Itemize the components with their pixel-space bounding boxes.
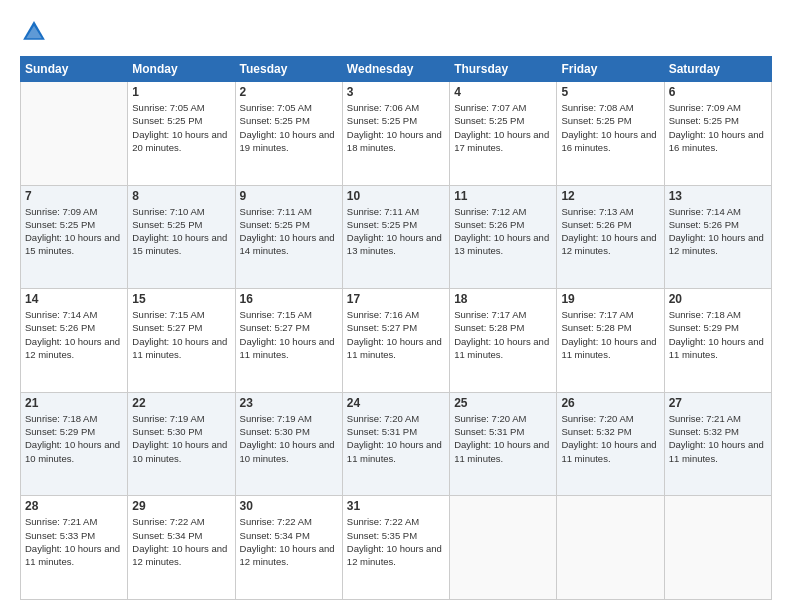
day-info: Sunrise: 7:14 AMSunset: 5:26 PMDaylight:… [25,308,123,361]
day-number: 29 [132,499,230,513]
calendar-cell [664,496,771,600]
day-info: Sunrise: 7:09 AMSunset: 5:25 PMDaylight:… [669,101,767,154]
day-number: 24 [347,396,445,410]
day-info: Sunrise: 7:19 AMSunset: 5:30 PMDaylight:… [132,412,230,465]
calendar-cell: 4Sunrise: 7:07 AMSunset: 5:25 PMDaylight… [450,82,557,186]
day-info: Sunrise: 7:16 AMSunset: 5:27 PMDaylight:… [347,308,445,361]
calendar-cell: 20Sunrise: 7:18 AMSunset: 5:29 PMDayligh… [664,289,771,393]
calendar-cell: 18Sunrise: 7:17 AMSunset: 5:28 PMDayligh… [450,289,557,393]
day-number: 10 [347,189,445,203]
day-info: Sunrise: 7:20 AMSunset: 5:31 PMDaylight:… [454,412,552,465]
calendar-cell: 21Sunrise: 7:18 AMSunset: 5:29 PMDayligh… [21,392,128,496]
day-info: Sunrise: 7:05 AMSunset: 5:25 PMDaylight:… [240,101,338,154]
calendar-cell: 12Sunrise: 7:13 AMSunset: 5:26 PMDayligh… [557,185,664,289]
calendar-cell: 26Sunrise: 7:20 AMSunset: 5:32 PMDayligh… [557,392,664,496]
header [20,18,772,46]
day-number: 18 [454,292,552,306]
day-number: 22 [132,396,230,410]
day-number: 19 [561,292,659,306]
day-info: Sunrise: 7:12 AMSunset: 5:26 PMDaylight:… [454,205,552,258]
calendar-cell: 29Sunrise: 7:22 AMSunset: 5:34 PMDayligh… [128,496,235,600]
calendar-cell: 3Sunrise: 7:06 AMSunset: 5:25 PMDaylight… [342,82,449,186]
day-info: Sunrise: 7:15 AMSunset: 5:27 PMDaylight:… [240,308,338,361]
calendar-cell: 22Sunrise: 7:19 AMSunset: 5:30 PMDayligh… [128,392,235,496]
day-number: 30 [240,499,338,513]
day-number: 13 [669,189,767,203]
day-info: Sunrise: 7:21 AMSunset: 5:32 PMDaylight:… [669,412,767,465]
calendar-cell: 13Sunrise: 7:14 AMSunset: 5:26 PMDayligh… [664,185,771,289]
calendar-cell: 15Sunrise: 7:15 AMSunset: 5:27 PMDayligh… [128,289,235,393]
day-info: Sunrise: 7:11 AMSunset: 5:25 PMDaylight:… [240,205,338,258]
day-info: Sunrise: 7:17 AMSunset: 5:28 PMDaylight:… [454,308,552,361]
calendar-cell: 10Sunrise: 7:11 AMSunset: 5:25 PMDayligh… [342,185,449,289]
calendar-cell: 17Sunrise: 7:16 AMSunset: 5:27 PMDayligh… [342,289,449,393]
day-info: Sunrise: 7:09 AMSunset: 5:25 PMDaylight:… [25,205,123,258]
day-number: 16 [240,292,338,306]
day-number: 26 [561,396,659,410]
weekday-header: Tuesday [235,57,342,82]
weekday-header: Saturday [664,57,771,82]
calendar-cell: 30Sunrise: 7:22 AMSunset: 5:34 PMDayligh… [235,496,342,600]
weekday-header: Monday [128,57,235,82]
calendar-week-row: 21Sunrise: 7:18 AMSunset: 5:29 PMDayligh… [21,392,772,496]
calendar-cell: 19Sunrise: 7:17 AMSunset: 5:28 PMDayligh… [557,289,664,393]
day-info: Sunrise: 7:13 AMSunset: 5:26 PMDaylight:… [561,205,659,258]
calendar-cell [450,496,557,600]
weekday-header: Friday [557,57,664,82]
calendar-cell: 11Sunrise: 7:12 AMSunset: 5:26 PMDayligh… [450,185,557,289]
day-number: 12 [561,189,659,203]
day-number: 4 [454,85,552,99]
calendar-week-row: 1Sunrise: 7:05 AMSunset: 5:25 PMDaylight… [21,82,772,186]
day-number: 14 [25,292,123,306]
logo [20,18,52,46]
calendar-week-row: 28Sunrise: 7:21 AMSunset: 5:33 PMDayligh… [21,496,772,600]
day-info: Sunrise: 7:06 AMSunset: 5:25 PMDaylight:… [347,101,445,154]
day-number: 15 [132,292,230,306]
calendar-cell: 7Sunrise: 7:09 AMSunset: 5:25 PMDaylight… [21,185,128,289]
calendar-cell: 31Sunrise: 7:22 AMSunset: 5:35 PMDayligh… [342,496,449,600]
day-number: 20 [669,292,767,306]
day-number: 23 [240,396,338,410]
day-info: Sunrise: 7:22 AMSunset: 5:35 PMDaylight:… [347,515,445,568]
day-number: 9 [240,189,338,203]
calendar-table: SundayMondayTuesdayWednesdayThursdayFrid… [20,56,772,600]
day-info: Sunrise: 7:20 AMSunset: 5:31 PMDaylight:… [347,412,445,465]
day-number: 17 [347,292,445,306]
day-number: 2 [240,85,338,99]
day-info: Sunrise: 7:18 AMSunset: 5:29 PMDaylight:… [25,412,123,465]
day-number: 31 [347,499,445,513]
page: SundayMondayTuesdayWednesdayThursdayFrid… [0,0,792,612]
calendar-cell: 27Sunrise: 7:21 AMSunset: 5:32 PMDayligh… [664,392,771,496]
day-number: 5 [561,85,659,99]
day-info: Sunrise: 7:11 AMSunset: 5:25 PMDaylight:… [347,205,445,258]
calendar-week-row: 7Sunrise: 7:09 AMSunset: 5:25 PMDaylight… [21,185,772,289]
calendar-cell: 6Sunrise: 7:09 AMSunset: 5:25 PMDaylight… [664,82,771,186]
weekday-header: Wednesday [342,57,449,82]
day-number: 28 [25,499,123,513]
weekday-header: Sunday [21,57,128,82]
calendar-cell: 2Sunrise: 7:05 AMSunset: 5:25 PMDaylight… [235,82,342,186]
day-number: 3 [347,85,445,99]
calendar-cell: 23Sunrise: 7:19 AMSunset: 5:30 PMDayligh… [235,392,342,496]
calendar-cell [21,82,128,186]
day-number: 8 [132,189,230,203]
weekday-header: Thursday [450,57,557,82]
day-info: Sunrise: 7:22 AMSunset: 5:34 PMDaylight:… [240,515,338,568]
calendar-cell [557,496,664,600]
calendar-cell: 1Sunrise: 7:05 AMSunset: 5:25 PMDaylight… [128,82,235,186]
calendar-cell: 24Sunrise: 7:20 AMSunset: 5:31 PMDayligh… [342,392,449,496]
day-info: Sunrise: 7:14 AMSunset: 5:26 PMDaylight:… [669,205,767,258]
day-info: Sunrise: 7:20 AMSunset: 5:32 PMDaylight:… [561,412,659,465]
calendar-cell: 9Sunrise: 7:11 AMSunset: 5:25 PMDaylight… [235,185,342,289]
day-info: Sunrise: 7:18 AMSunset: 5:29 PMDaylight:… [669,308,767,361]
calendar-cell: 16Sunrise: 7:15 AMSunset: 5:27 PMDayligh… [235,289,342,393]
day-number: 7 [25,189,123,203]
calendar-cell: 5Sunrise: 7:08 AMSunset: 5:25 PMDaylight… [557,82,664,186]
calendar-week-row: 14Sunrise: 7:14 AMSunset: 5:26 PMDayligh… [21,289,772,393]
day-info: Sunrise: 7:19 AMSunset: 5:30 PMDaylight:… [240,412,338,465]
day-number: 6 [669,85,767,99]
day-number: 25 [454,396,552,410]
day-info: Sunrise: 7:07 AMSunset: 5:25 PMDaylight:… [454,101,552,154]
calendar-cell: 28Sunrise: 7:21 AMSunset: 5:33 PMDayligh… [21,496,128,600]
calendar-cell: 14Sunrise: 7:14 AMSunset: 5:26 PMDayligh… [21,289,128,393]
